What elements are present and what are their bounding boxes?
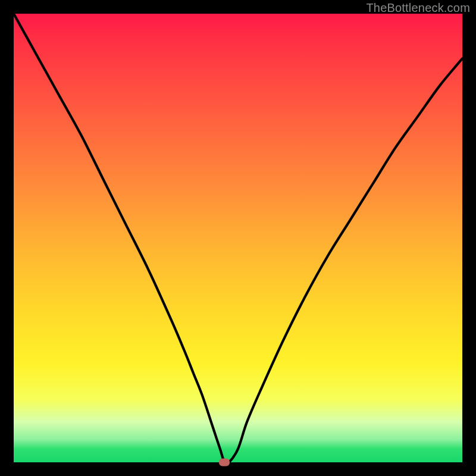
curve-svg [14,14,462,462]
plot-area [14,14,462,462]
chart-frame: TheBottleneck.com [0,0,476,476]
optimal-point-marker [219,459,230,466]
bottleneck-curve [14,14,462,464]
watermark-text: TheBottleneck.com [366,1,470,15]
